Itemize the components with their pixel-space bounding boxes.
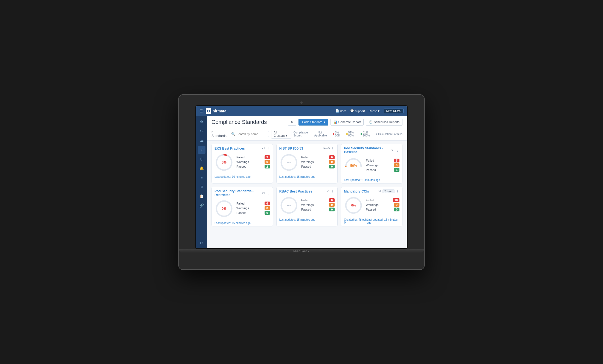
search-input[interactable] bbox=[236, 132, 266, 136]
version-badge: Rev5 bbox=[323, 147, 330, 150]
support-link[interactable]: 💬 support bbox=[350, 109, 365, 113]
card-mandatory-ccis: Mandatory CCIs v1 Custom ⋮ 0% Failed bbox=[341, 187, 402, 226]
warnings-value: 0 bbox=[394, 163, 399, 167]
card-footer: Last updated: 16 minutes ago bbox=[212, 220, 273, 226]
sidebar-item-link[interactable]: 🔗 bbox=[198, 202, 205, 209]
card-body: 5% Failed 9 Warnings 0 Passed 2 bbox=[212, 152, 273, 174]
stat-failed: Failed 16 bbox=[366, 198, 399, 202]
gauge-label: 0% bbox=[222, 207, 226, 211]
env-badge: NPM-DEMO bbox=[384, 109, 404, 113]
passed-value: 2 bbox=[265, 165, 270, 168]
stat-warnings: Warnings 0 bbox=[236, 160, 270, 164]
app-container: ☰ nirmata 📄 docs 💬 support bbox=[196, 106, 407, 248]
card-footer: Last updated: 15 minutes ago bbox=[277, 217, 338, 223]
warnings-value: 0 bbox=[265, 206, 270, 210]
sidebar-item-nodes[interactable]: ⬡ bbox=[198, 155, 205, 163]
sidebar-item-compliance[interactable]: ✓ bbox=[198, 146, 205, 154]
card-title[interactable]: Pod Security Standards - Restricted bbox=[214, 189, 262, 197]
failed-label: Failed bbox=[301, 199, 309, 202]
menu-icon[interactable]: ☰ bbox=[199, 109, 203, 113]
card-menu-icon[interactable]: ⋮ bbox=[266, 146, 270, 151]
version-badge: v1 bbox=[392, 148, 395, 152]
sidebar-item-list[interactable]: ≡ bbox=[198, 174, 205, 182]
card-meta: v1 ⋮ bbox=[262, 146, 270, 151]
support-icon: 💬 bbox=[350, 109, 354, 113]
sidebar-item-monitor[interactable]: 🖥 bbox=[198, 183, 205, 191]
gauge-area: 5% bbox=[214, 153, 234, 172]
cluster-filter[interactable]: All Clusters ▾ bbox=[271, 130, 291, 139]
card-pod-security-baseline: Pod Security Standards - Baseline v1 ⋮ 5… bbox=[341, 144, 402, 184]
stats-area: Failed 5 Warnings 0 Passed 6 bbox=[366, 159, 399, 173]
card-footer-row: Created by: Ritesh P Last updated: 16 mi… bbox=[344, 218, 399, 224]
card-menu-icon[interactable]: ⋮ bbox=[396, 148, 399, 152]
refresh-button[interactable]: ↻ bbox=[288, 119, 296, 126]
card-title[interactable]: Pod Security Standards - Baseline bbox=[344, 146, 392, 154]
content-header: Compliance Standards ↻ + Add Standard ▾ … bbox=[207, 116, 407, 128]
passed-value: 6 bbox=[394, 168, 399, 172]
stat-passed: Passed 0 bbox=[301, 208, 335, 211]
laptop-camera bbox=[300, 101, 303, 104]
stat-passed: Passed 0 bbox=[236, 211, 270, 215]
stat-passed: Passed 2 bbox=[236, 165, 270, 168]
gauge-label: --- bbox=[287, 160, 291, 165]
docs-link[interactable]: 📄 docs bbox=[335, 109, 346, 113]
card-title[interactable]: NIST SP 800-53 bbox=[279, 147, 303, 150]
updated-time: Last updated: 16 minutes ago bbox=[367, 218, 399, 224]
card-title[interactable]: Mandatory CCIs bbox=[344, 190, 369, 193]
stat-warnings: Warnings 0 bbox=[301, 160, 335, 164]
card-menu-icon[interactable]: ⋮ bbox=[266, 191, 270, 195]
card-body: 0% Failed 16 Warnings 0 Passed 0 bbox=[341, 195, 402, 217]
compliance-legend: Compliance Score : → Not Applicable 0% -… bbox=[294, 131, 402, 137]
card-meta: v1 ⋮ bbox=[392, 148, 399, 152]
gauge-area: 0% bbox=[344, 196, 363, 215]
passed-label: Passed bbox=[301, 165, 311, 168]
sidebar-item-image[interactable]: 📋 bbox=[198, 193, 205, 200]
card-menu-icon[interactable]: ⋮ bbox=[331, 189, 335, 194]
warnings-label: Warnings bbox=[366, 164, 378, 167]
sidebar-expand-button[interactable]: >> bbox=[200, 241, 203, 246]
generate-report-button[interactable]: 📊 Generate Report bbox=[331, 119, 364, 126]
page-title: Compliance Standards bbox=[211, 119, 267, 125]
passed-value: 0 bbox=[329, 208, 335, 211]
warnings-label: Warnings bbox=[236, 160, 249, 164]
topbar-logo: nirmata bbox=[206, 108, 227, 114]
sidebar-item-shield[interactable]: 🛡 bbox=[198, 127, 205, 135]
dot-yellow bbox=[346, 133, 348, 135]
gauge-label: 0% bbox=[351, 203, 356, 207]
toolbar: 6 Standards 🔍 All Clusters ▾ Compliance … bbox=[207, 128, 407, 141]
card-title[interactable]: EKS Best Practices bbox=[214, 147, 245, 150]
failed-label: Failed bbox=[366, 199, 374, 202]
sidebar-item-settings[interactable]: ⚙ bbox=[198, 118, 205, 126]
stat-passed: Passed 6 bbox=[366, 168, 399, 172]
sidebar-item-cloud[interactable]: ☁ bbox=[198, 137, 205, 144]
scheduled-reports-button[interactable]: 🕐 Scheduled Reports bbox=[366, 119, 402, 126]
updated-time: Last updated: 15 minutes ago bbox=[279, 175, 315, 178]
gauge-label: 5% bbox=[222, 161, 226, 164]
created-by: Created by: Ritesh P bbox=[344, 218, 367, 224]
card-meta: v1 ⋮ bbox=[262, 191, 270, 195]
card-footer: Last updated: 15 minutes ago bbox=[277, 174, 338, 180]
card-menu-icon[interactable]: ⋮ bbox=[396, 189, 399, 194]
card-title[interactable]: RBAC Best Practices bbox=[279, 190, 312, 193]
gauge-area: 0% bbox=[214, 199, 234, 218]
legend-0-50: 0% - 50% bbox=[333, 131, 344, 137]
dot-green bbox=[361, 133, 362, 135]
passed-label: Passed bbox=[366, 208, 376, 211]
card-header: Pod Security Standards - Restricted v1 ⋮ bbox=[212, 187, 273, 198]
add-standard-button[interactable]: + Add Standard ▾ bbox=[298, 119, 328, 126]
warnings-label: Warnings bbox=[301, 203, 314, 206]
card-header: RBAC Best Practices v1 ⋮ bbox=[277, 187, 338, 195]
card-menu-icon[interactable]: ⋮ bbox=[331, 146, 335, 151]
card-pod-security-restricted: Pod Security Standards - Restricted v1 ⋮… bbox=[211, 187, 273, 226]
stat-warnings: Warnings 0 bbox=[301, 203, 335, 207]
passed-label: Passed bbox=[236, 211, 247, 214]
failed-label: Failed bbox=[236, 202, 245, 205]
card-header: NIST SP 800-53 Rev5 ⋮ bbox=[277, 144, 338, 152]
failed-value: 9 bbox=[265, 155, 270, 159]
report-icon: 📊 bbox=[334, 120, 337, 124]
stat-failed: Failed 5 bbox=[366, 159, 399, 162]
passed-value: 0 bbox=[394, 208, 399, 211]
warnings-value: 0 bbox=[265, 160, 270, 164]
calc-formula[interactable]: ℹ Calculation Formula bbox=[376, 133, 402, 136]
sidebar-item-bell[interactable]: 🔔 bbox=[198, 165, 205, 172]
